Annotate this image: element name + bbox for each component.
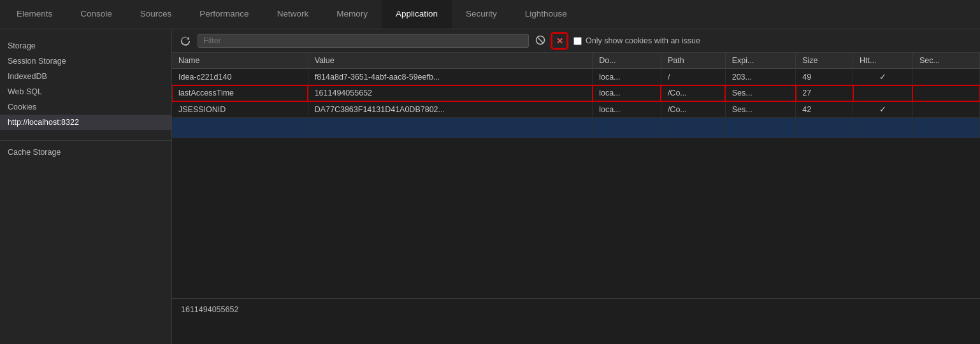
detail-panel: 1611494055652 (172, 298, 980, 344)
table-row[interactable]: Idea-c221d140f814a8d7-3651-4abf-aac8-59e… (172, 69, 980, 85)
issue-filter-label[interactable]: Only show cookies with an issue (573, 36, 700, 45)
tab-elements[interactable]: Elements (3, 0, 66, 29)
toolbar: ✕ Only show cookies with an issue (172, 29, 980, 53)
tab-memory[interactable]: Memory (322, 0, 382, 29)
sidebar-item-cache-storage[interactable]: Cache Storage (0, 145, 171, 160)
table-cell: Idea-c221d140 (172, 69, 308, 85)
tab-network[interactable]: Network (263, 0, 323, 29)
table-row[interactable]: lastAccessTime1611494055652loca.../Co...… (172, 85, 980, 101)
tab-application[interactable]: Application (382, 0, 452, 29)
table-cell (912, 118, 979, 138)
filter-input[interactable] (198, 34, 529, 48)
table-cell: Ses... (725, 101, 795, 118)
tab-security[interactable]: Security (452, 0, 511, 29)
table-row[interactable] (172, 118, 980, 138)
table-cell: loca... (593, 101, 661, 118)
table-cell: 203... (725, 69, 795, 85)
table-header-row: Name Value Do... Path Expi... Size Htt..… (172, 53, 980, 69)
table-cell: DA77C3863F14131D41A0DB7802... (308, 101, 593, 118)
table-cell: 42 (796, 101, 853, 118)
table-cell (912, 69, 979, 85)
top-nav: Elements Console Sources Performance Net… (0, 0, 980, 29)
table-cell: 1611494055652 (308, 85, 593, 101)
sidebar-item-localhost[interactable]: http://localhost:8322 (0, 115, 171, 130)
table-cell (796, 118, 853, 138)
table-cell (172, 118, 308, 138)
tab-lighthouse[interactable]: Lighthouse (511, 0, 581, 29)
table-row[interactable]: JSESSIONIDDA77C3863F14131D41A0DB7802...l… (172, 101, 980, 118)
table-cell: ✓ (853, 101, 913, 118)
table-cell: /Co... (661, 85, 725, 101)
table-cell (853, 118, 913, 138)
table-cell: / (661, 69, 725, 85)
col-domain: Do... (593, 53, 661, 69)
table-cell: Ses... (725, 85, 795, 101)
col-value: Value (308, 53, 593, 69)
main-layout: Storage Session Storage IndexedDB Web SQ… (0, 29, 980, 344)
table-cell (308, 118, 593, 138)
table-cell: f814a8d7-3651-4abf-aac8-59eefb... (308, 69, 593, 85)
issue-filter-checkbox[interactable] (573, 37, 582, 45)
table-cell: 49 (796, 69, 853, 85)
table-cell: lastAccessTime (172, 85, 308, 101)
col-http: Htt... (853, 53, 913, 69)
tab-console[interactable]: Console (66, 0, 126, 29)
sidebar-item-indexeddb[interactable]: IndexedDB (0, 69, 171, 84)
table-cell: loca... (593, 69, 661, 85)
table-cell (661, 118, 725, 138)
issue-filter-text: Only show cookies with an issue (586, 36, 700, 45)
table-cell (725, 118, 795, 138)
table-cell: /Co... (661, 101, 725, 118)
table-cell (853, 85, 913, 101)
table-cell: ✓ (853, 69, 913, 85)
col-expires: Expi... (725, 53, 795, 69)
sidebar-item-storage[interactable]: Storage (0, 38, 171, 54)
sidebar-item-cookies[interactable]: Cookies (0, 99, 171, 115)
block-icon (535, 35, 545, 45)
refresh-icon (180, 36, 191, 46)
clear-button[interactable]: ✕ (552, 33, 567, 48)
block-button[interactable] (533, 34, 548, 48)
table-cell (593, 118, 661, 138)
refresh-button[interactable] (177, 34, 194, 48)
sidebar-item-websql[interactable]: Web SQL (0, 84, 171, 99)
content-area: ✕ Only show cookies with an issue Name V… (172, 29, 980, 344)
table-cell: loca... (593, 85, 661, 101)
col-secure: Sec... (912, 53, 979, 69)
tab-performance[interactable]: Performance (185, 0, 263, 29)
col-name: Name (172, 53, 308, 69)
table-cell: 27 (796, 85, 853, 101)
sidebar: Storage Session Storage IndexedDB Web SQ… (0, 29, 172, 344)
svg-line-1 (538, 37, 544, 43)
cookies-table-wrap: Name Value Do... Path Expi... Size Htt..… (172, 53, 980, 298)
detail-value: 1611494055652 (181, 305, 238, 314)
table-cell (912, 101, 979, 118)
table-cell: JSESSIONID (172, 101, 308, 118)
tab-sources[interactable]: Sources (126, 0, 186, 29)
sidebar-item-session-storage[interactable]: Session Storage (0, 54, 171, 69)
cookies-table: Name Value Do... Path Expi... Size Htt..… (172, 53, 980, 138)
col-size: Size (796, 53, 853, 69)
table-cell (912, 85, 979, 101)
col-path: Path (661, 53, 725, 69)
